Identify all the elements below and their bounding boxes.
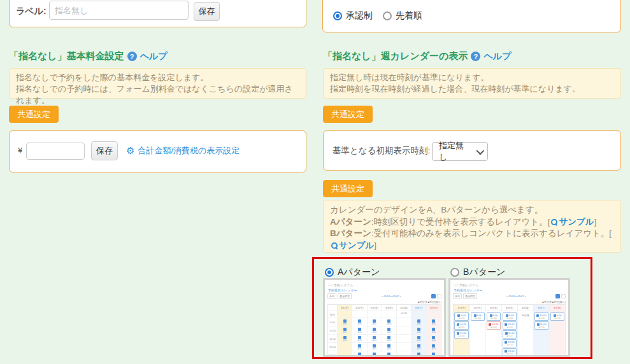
thumb-slot-cell: 残10 xyxy=(352,343,366,351)
thumb-toolbar: 今日 表示切替 < 05/01〜05/07 > xyxy=(327,293,441,299)
thumb-day-column: 9:00受付10 xyxy=(549,311,565,357)
pattern-a-grid: 4/1(月)4/2(火)4/3(水)4/4(木)4/5(金)4/6(土)4/7(… xyxy=(327,304,441,357)
thumb-day-header: 4/1(月) xyxy=(337,305,352,311)
label-field-caption: ラベル: xyxy=(16,6,47,17)
base-time-panel: 基準となる初期表示時刻: 指定無し xyxy=(323,130,621,171)
radio-unselected-icon xyxy=(383,11,392,20)
thumb-slot-chip: 13:00受付10 xyxy=(503,348,517,356)
tax-display-link[interactable]: 合計金額/消費税の表示設定 xyxy=(138,145,240,157)
thumb-secondary-button xyxy=(561,294,566,298)
pattern-b-grid: 4/1(月)4/2(火)4/3(水)4/4(木)4/5(金)4/6(土)4/7(… xyxy=(453,304,566,357)
thumb-system-title: ○○○予約システム xyxy=(454,283,566,287)
thumb-slot-chip: 10:20受付10 xyxy=(487,321,501,330)
basic-fee-info-line2: 指名なしでの予約時には、フォーム別料金ではなくこちらの設定が適用されます。 xyxy=(16,83,299,106)
design-intro: カレンダーのデザインをA、Bパターンから選べます。 xyxy=(330,205,543,214)
radio-pattern-b[interactable]: Bパターン xyxy=(450,267,505,278)
magnifier-icon xyxy=(551,219,557,225)
thumb-slot-cell: 残10 xyxy=(426,351,441,357)
thumb-slot-chip: 9:00受付10 xyxy=(550,312,564,321)
radio-first-come[interactable]: 先着順 xyxy=(383,10,422,22)
thumb-slot-cell: 残10 xyxy=(382,326,396,335)
help-icon[interactable]: ? xyxy=(471,52,480,61)
thumb-slot-cell: 残10 xyxy=(352,335,366,343)
base-time-selected-value: 指定無し xyxy=(439,140,472,163)
price-input[interactable] xyxy=(26,143,85,160)
thumb-allday-cell xyxy=(411,311,426,318)
week-calendar-info-line1: 指定無し時は現在時刻が基準になります。 xyxy=(330,72,614,83)
bracket: [ xyxy=(609,228,612,238)
radio-approval[interactable]: 承認制 xyxy=(333,10,373,22)
basic-fee-help-link[interactable]: ヘルプ xyxy=(140,51,168,62)
thumb-day-header: 4/3(水) xyxy=(485,305,501,311)
thumb-slot-cell: 残10 xyxy=(426,326,441,335)
pattern-b-radio-label: Bパターン xyxy=(463,267,505,278)
thumb-day-header: 4/1(月) xyxy=(454,305,469,311)
radio-selected-icon xyxy=(325,268,334,277)
price-save-button[interactable]: 保存 xyxy=(91,141,118,160)
thumb-allday-cell xyxy=(352,311,366,318)
thumb-today-button: 今日 xyxy=(453,293,462,299)
thumb-legend: ■受付済 ■受付(残り) xyxy=(453,300,566,304)
thumb-slot-cell: 残10 xyxy=(367,318,382,326)
thumb-slot-cell: 残10 xyxy=(337,318,352,326)
thumb-time-label: 12:00 xyxy=(328,343,337,351)
thumb-day-header: 4/2(火) xyxy=(352,305,366,311)
thumb-slot-cell: 残10 xyxy=(367,351,382,357)
radio-selected-icon xyxy=(333,11,342,20)
common-setting-badge-right2: 共通設定 xyxy=(323,180,373,197)
basic-fee-heading: 「指名なし」基本料金設定 ? ヘルプ xyxy=(9,50,168,62)
label-input[interactable] xyxy=(49,1,189,20)
thumb-slot-cell: 残10 xyxy=(352,318,366,326)
pattern-a-thumbnail: ○○○予約システム 予約受付カレンダー 今日 表示切替 < 05/01〜05/0… xyxy=(323,278,446,357)
thumb-no-slot-text: 受付無 xyxy=(519,314,533,317)
thumb-slot-cell: 残10 xyxy=(411,318,426,326)
thumb-slot-cell: 残10 xyxy=(382,351,396,357)
pattern-chooser-highlight: Aパターン Bパターン ○○○予約システム 予約受付カレンダー 今日 表示切替 … xyxy=(312,257,592,359)
thumb-allday-cell xyxy=(426,311,441,318)
thumb-day-header: 4/2(火) xyxy=(469,305,485,311)
thumb-slot-cell: 残10 xyxy=(367,326,382,335)
week-calendar-help-link[interactable]: ヘルプ xyxy=(483,51,511,62)
thumb-allday-cell xyxy=(382,311,396,318)
thumb-primary-button xyxy=(555,294,560,298)
bracket: [ xyxy=(548,217,550,227)
thumb-slot-cell: 残10 xyxy=(426,318,441,326)
label-save-button[interactable]: 保存 xyxy=(194,2,220,21)
calendar-icon xyxy=(417,353,420,356)
gear-icon: ⚙ xyxy=(126,145,134,157)
magnifier-icon xyxy=(331,242,338,249)
thumb-slot-cell xyxy=(337,343,352,351)
calendar-icon xyxy=(358,353,361,356)
thumb-slot-chip: 11:00受付10 xyxy=(503,330,517,339)
thumb-day-header: 4/7(日) xyxy=(549,305,565,311)
thumb-slot-cell: 残10 xyxy=(382,335,396,343)
thumb-today-button: 今日 xyxy=(327,293,336,299)
settings-page: ラベル: 保存 承認制 先着順 「指名なし」基本料金設定 ? ヘルプ 指名なしで… xyxy=(0,0,630,364)
thumb-slot-cell xyxy=(396,351,411,357)
help-icon[interactable]: ? xyxy=(127,52,137,61)
pattern-b-sample-link[interactable]: サンプル xyxy=(339,241,374,250)
thumb-slot-cell: 残10 xyxy=(367,335,382,343)
thumb-slot-chip: 10:20受付10 xyxy=(454,321,469,330)
pattern-b-desc: :受付可能枠のみを表示しコンパクトに表示するレイアウト。 xyxy=(371,228,610,238)
yen-symbol: ¥ xyxy=(18,146,22,155)
pattern-a-name: Aパターン xyxy=(330,217,371,227)
thumb-slot-chip: 10:00受付10 xyxy=(503,321,517,330)
week-calendar-heading-text: 「指名なし」週カレンダーの表示 xyxy=(323,50,468,62)
thumb-day-header: 4/5(金) xyxy=(517,305,533,311)
thumb-day-column: 10:00受付1011:00受付10 xyxy=(533,311,549,357)
pattern-a-desc: :時刻区切りで受付枠を表示するレイアウト。 xyxy=(371,217,548,227)
design-pattern-info: カレンダーのデザインをA、Bパターンから選べます。 Aパターン:時刻区切りで受付… xyxy=(323,200,621,253)
thumb-day-header: 4/7(日) xyxy=(426,305,441,311)
thumb-time-label: 13:00 xyxy=(328,351,337,357)
calendar-icon xyxy=(432,353,435,356)
week-calendar-heading: 「指名なし」週カレンダーの表示 ? ヘルプ xyxy=(323,50,511,62)
thumb-slot-cell xyxy=(396,343,411,351)
thumb-breadcrumb: 予約受付カレンダー xyxy=(454,288,566,292)
basic-fee-info-line1: 指名なしで予約をした際の基本料金を設定します。 xyxy=(16,72,299,83)
base-time-select[interactable]: 指定無し xyxy=(432,142,488,161)
pattern-a-sample-link[interactable]: サンプル xyxy=(559,217,594,227)
radio-unselected-icon xyxy=(450,268,459,277)
radio-pattern-a[interactable]: Aパターン xyxy=(325,267,380,278)
thumb-slot-cell: 残10 xyxy=(411,351,426,357)
